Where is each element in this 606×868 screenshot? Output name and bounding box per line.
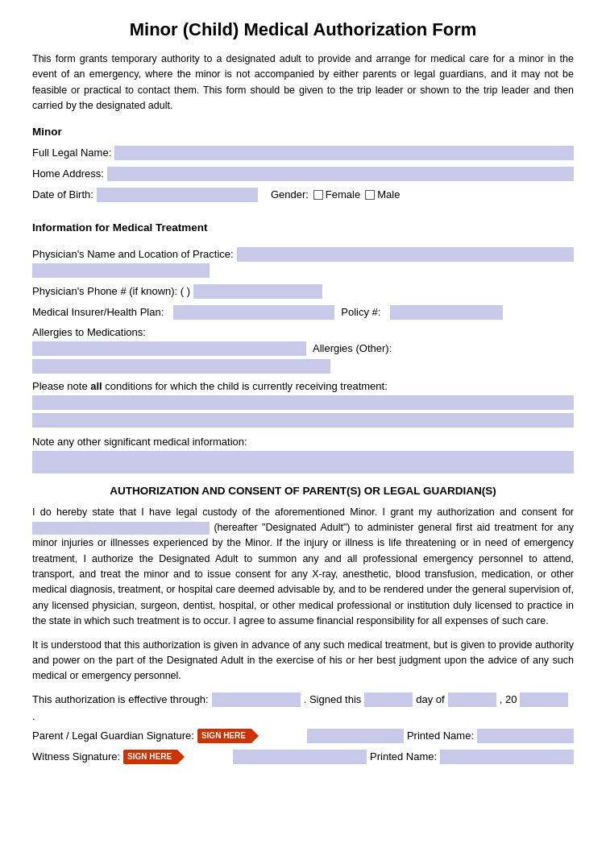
signed-year-input[interactable]	[520, 692, 568, 707]
minor-section-title: Minor	[32, 126, 574, 138]
treatment-input-2[interactable]	[32, 413, 574, 428]
physician-input-long[interactable]	[237, 247, 574, 262]
guardian-printed-name-input[interactable]	[477, 729, 574, 743]
medical-section-title: Information for Medical Treatment	[32, 221, 574, 234]
year-dot: .	[32, 710, 35, 722]
day-label: day of	[416, 693, 444, 705]
phone-row: Physician's Phone # (if known): ( )	[32, 284, 574, 299]
phone-label: Physician's Phone # (if known): ( )	[32, 285, 190, 297]
home-address-input[interactable]	[107, 167, 574, 181]
signed-day-input[interactable]	[364, 692, 413, 707]
designated-adult-input[interactable]	[32, 522, 210, 535]
guardian-sig-row: Parent / Legal Guardian Signature: SIGN …	[32, 729, 574, 743]
dob-input[interactable]	[97, 188, 258, 202]
guardian-name-label: Printed Name:	[407, 730, 474, 742]
home-address-row: Home Address:	[32, 167, 574, 181]
other-info-input[interactable]	[32, 451, 574, 473]
dob-gender-row: Date of Birth: Gender: Female Male	[32, 188, 574, 202]
allergy-meds-label: Allergies to Medications:	[32, 326, 146, 338]
auth-para2: It is understood that this authorization…	[32, 638, 574, 684]
female-label[interactable]: Female	[313, 188, 360, 200]
effective-label: This authorization is effective through:	[32, 693, 209, 705]
signed-label: . Signed this	[304, 693, 362, 705]
effective-input[interactable]	[212, 692, 301, 707]
auth-para1: I do hereby state that I have legal cust…	[32, 505, 574, 630]
physician-label: Physician's Name and Location of Practic…	[32, 248, 234, 260]
physician-row2	[32, 263, 574, 278]
year-label: , 20	[500, 693, 517, 705]
policy-label: Policy #:	[341, 306, 380, 318]
insurer-input[interactable]	[173, 305, 334, 320]
witness-name-label: Printed Name:	[370, 750, 437, 763]
allergy-other-label: Allergies (Other):	[313, 342, 392, 354]
auth-title: AUTHORIZATION AND CONSENT OF PARENT(S) O…	[32, 485, 574, 497]
full-name-label: Full Legal Name:	[32, 147, 111, 159]
witness-sig-label: Witness Signature:	[32, 750, 120, 763]
witness-sign-arrow: SIGN HERE	[123, 750, 178, 764]
intro-paragraph: This form grants temporary authority to …	[32, 52, 574, 114]
guardian-sign-arrow: SIGN HERE	[197, 729, 252, 743]
allergy-other-input[interactable]	[32, 341, 306, 356]
allergy-meds-row: Allergies to Medications:	[32, 326, 574, 338]
effective-row: This authorization is effective through:…	[32, 692, 574, 722]
signed-month-input[interactable]	[448, 692, 496, 707]
gender-label: Gender:	[271, 188, 309, 200]
full-name-row: Full Legal Name:	[32, 146, 574, 160]
insurer-row: Medical Insurer/Health Plan: Policy #:	[32, 305, 574, 320]
physician-input-short[interactable]	[32, 263, 210, 278]
witness-sig-input[interactable]	[233, 750, 367, 764]
physician-row1: Physician's Name and Location of Practic…	[32, 247, 574, 262]
witness-sig-row: Witness Signature: SIGN HERE Printed Nam…	[32, 750, 574, 764]
form-title: Minor (Child) Medical Authorization Form	[32, 19, 574, 40]
guardian-sig-input[interactable]	[307, 729, 404, 743]
allergy-other-row: Allergies (Other):	[32, 341, 574, 356]
treatment-block: Please note all conditions for which the…	[32, 380, 574, 428]
physician-block: Physician's Name and Location of Practic…	[32, 247, 574, 278]
auth-para1-mid: (hereafter "Designated Adult") to admini…	[32, 522, 574, 626]
other-info-label: Note any other significant medical infor…	[32, 436, 247, 448]
insurer-label: Medical Insurer/Health Plan:	[32, 306, 164, 318]
full-name-input[interactable]	[114, 146, 574, 160]
policy-input[interactable]	[390, 305, 503, 320]
witness-printed-name-input[interactable]	[440, 750, 574, 764]
other-info-block: Note any other significant medical infor…	[32, 436, 574, 473]
female-checkbox[interactable]	[313, 190, 323, 200]
treatment-label: Please note all conditions for which the…	[32, 380, 388, 392]
allergy-second-input[interactable]	[32, 359, 330, 374]
phone-input[interactable]	[193, 284, 322, 299]
male-label[interactable]: Male	[365, 188, 400, 200]
guardian-sig-label: Parent / Legal Guardian Signature:	[32, 730, 194, 742]
home-address-label: Home Address:	[32, 167, 104, 180]
dob-label: Date of Birth:	[32, 188, 93, 200]
auth-para1-start: I do hereby state that I have legal cust…	[32, 506, 574, 518]
male-checkbox[interactable]	[365, 190, 375, 200]
allergy-block: Allergies to Medications: Allergies (Oth…	[32, 326, 574, 374]
treatment-input[interactable]	[32, 395, 574, 410]
gender-group: Gender: Female Male	[271, 188, 401, 200]
